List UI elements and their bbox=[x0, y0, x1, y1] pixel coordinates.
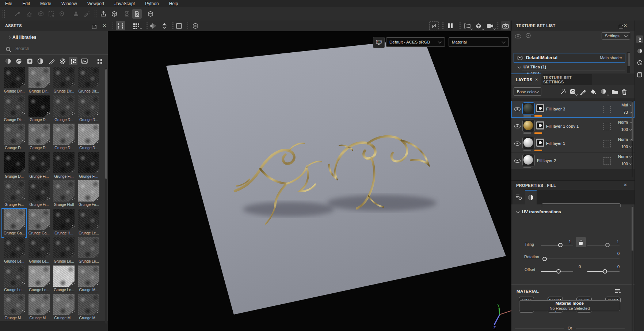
asset-thumbnail[interactable] bbox=[4, 237, 25, 258]
search-input[interactable] bbox=[15, 46, 96, 52]
layer-row[interactable]: Fill layer 1Norm100 bbox=[511, 135, 635, 152]
asset-item[interactable]: Grunge Dir... bbox=[2, 95, 26, 124]
grid-view-icon[interactable] bbox=[95, 57, 104, 65]
filter-procedurals-icon[interactable] bbox=[69, 57, 77, 65]
tile-grid-icon[interactable] bbox=[132, 21, 141, 30]
asset-item[interactable]: Grunge M... bbox=[27, 294, 51, 322]
material-menu-icon[interactable] bbox=[614, 289, 621, 294]
asset-item[interactable]: Grunge Le... bbox=[77, 237, 101, 266]
asset-thumbnail[interactable] bbox=[78, 67, 99, 88]
asset-thumbnail[interactable] bbox=[78, 237, 99, 258]
asset-thumbnail[interactable] bbox=[28, 152, 50, 173]
add-paint-layer-icon[interactable] bbox=[579, 88, 587, 96]
asset-thumbnail[interactable] bbox=[4, 209, 25, 230]
paint-tool-icon[interactable] bbox=[12, 9, 22, 19]
filter-smart-materials-icon[interactable] bbox=[14, 57, 23, 65]
asset-item[interactable]: Grunge M... bbox=[77, 266, 101, 294]
uv-tiles-group[interactable]: UV Tiles (1) bbox=[518, 65, 546, 69]
history-icon[interactable] bbox=[636, 59, 643, 66]
asset-item[interactable]: Grunge Le... bbox=[27, 237, 51, 266]
layer-row[interactable]: Fill layer 3Mul73 bbox=[511, 101, 635, 118]
settings-dropdown[interactable]: Settings bbox=[602, 32, 630, 40]
asset-item[interactable]: Grunge Le... bbox=[77, 209, 101, 237]
clone-tool-icon[interactable] bbox=[71, 9, 81, 19]
asset-thumbnail[interactable] bbox=[53, 294, 75, 315]
asset-thumbnail[interactable] bbox=[4, 152, 25, 173]
tab-properties-icon[interactable] bbox=[512, 190, 525, 204]
particle-tool-icon[interactable] bbox=[82, 9, 91, 19]
camera-mode-icon[interactable] bbox=[485, 21, 495, 30]
export-icon[interactable] bbox=[99, 9, 108, 19]
asset-thumbnail[interactable] bbox=[53, 67, 75, 88]
layer-thumbnail[interactable] bbox=[522, 102, 535, 115]
menu-item-mode[interactable]: Mode bbox=[35, 1, 56, 6]
asset-thumbnail[interactable] bbox=[28, 67, 50, 88]
isolate-visibility-icon[interactable] bbox=[429, 21, 439, 30]
layer-reference-slot[interactable] bbox=[603, 140, 611, 147]
layer-visibility-icon[interactable] bbox=[514, 159, 521, 163]
asset-item[interactable]: Grunge Fo... bbox=[77, 180, 101, 209]
asset-item[interactable]: Grunge Fi... bbox=[2, 180, 26, 209]
eraser-tool-icon[interactable] bbox=[24, 9, 34, 19]
viewport-3d[interactable]: Default - ACES sRGB Material X Y Z bbox=[108, 31, 511, 331]
marquee-select-icon[interactable] bbox=[116, 21, 125, 30]
asset-thumbnail[interactable] bbox=[78, 124, 99, 145]
layers-scrollbar[interactable] bbox=[632, 101, 633, 177]
tab-layers[interactable]: LAYERS ✕ bbox=[511, 74, 541, 85]
add-fill-layer-icon[interactable] bbox=[589, 88, 598, 96]
menu-item-python[interactable]: Python bbox=[140, 1, 164, 6]
mirror-horizontal-icon[interactable] bbox=[148, 21, 157, 30]
texture-set-scrollbar[interactable] bbox=[627, 52, 630, 73]
layer-opacity[interactable]: 73 bbox=[624, 110, 632, 114]
asset-thumbnail[interactable] bbox=[78, 95, 99, 117]
asset-thumbnail[interactable] bbox=[53, 95, 75, 117]
rotation-value[interactable]: 0 bbox=[617, 251, 620, 256]
toolbar-drag-handle[interactable] bbox=[2, 10, 5, 18]
filter-brushes-icon[interactable] bbox=[47, 57, 56, 65]
asset-thumbnail[interactable] bbox=[53, 152, 75, 173]
layer-mask-thumbnail[interactable] bbox=[536, 139, 544, 147]
mirror-vertical-icon[interactable] bbox=[160, 21, 169, 30]
asset-item[interactable]: Grunge Dir... bbox=[2, 67, 26, 95]
tiling-y-value[interactable]: 1 bbox=[617, 240, 619, 244]
layer-visibility-icon[interactable] bbox=[514, 107, 521, 111]
layer-opacity[interactable]: 100 bbox=[621, 127, 632, 132]
asset-thumbnail[interactable] bbox=[53, 124, 75, 145]
filter-textures-icon[interactable] bbox=[80, 57, 89, 65]
asset-item[interactable]: Grunge Fi... bbox=[77, 152, 101, 181]
asset-item[interactable]: Grunge M... bbox=[52, 294, 76, 322]
shading-mode-dropdown[interactable]: Material bbox=[449, 37, 509, 47]
asset-thumbnail[interactable] bbox=[78, 180, 99, 202]
library-expand-icon[interactable] bbox=[6, 35, 10, 40]
layer-mask-thumbnail[interactable] bbox=[536, 121, 544, 129]
asset-item[interactable]: Grunge Ga... bbox=[27, 209, 51, 237]
layer-thumbnail[interactable] bbox=[522, 154, 535, 166]
screenshot-icon[interactable] bbox=[501, 21, 510, 30]
layer-mask-thumbnail[interactable] bbox=[536, 104, 544, 112]
asset-item[interactable]: Grunge Ga... bbox=[2, 209, 26, 237]
asset-thumbnail[interactable] bbox=[78, 152, 99, 173]
add-smart-material-icon[interactable] bbox=[568, 88, 577, 96]
menu-item-javascript[interactable]: JavaScript bbox=[109, 1, 140, 6]
asset-thumbnail[interactable] bbox=[4, 124, 25, 145]
asset-thumbnail[interactable] bbox=[28, 95, 50, 117]
asset-thumbnail[interactable] bbox=[28, 294, 50, 315]
geometry-mode-icon[interactable] bbox=[474, 21, 483, 30]
offset-y-slider[interactable] bbox=[587, 271, 620, 272]
material-mode-button[interactable]: Material mode No Resource Selected bbox=[519, 300, 620, 311]
menu-item-file[interactable]: File bbox=[0, 1, 17, 6]
texture-set-close-icon[interactable]: ✕ bbox=[624, 23, 627, 28]
asset-item[interactable]: Grunge Fi... bbox=[27, 152, 51, 181]
tiling-y-slider[interactable] bbox=[587, 245, 620, 245]
asset-item[interactable]: Grunge D... bbox=[2, 124, 26, 152]
menu-item-edit[interactable]: Edit bbox=[17, 1, 35, 6]
uv-tile-filter-icon[interactable] bbox=[525, 33, 531, 38]
pause-engine-icon[interactable] bbox=[446, 21, 455, 30]
layer-reference-slot[interactable] bbox=[603, 106, 611, 113]
asset-item[interactable]: Grunge Le... bbox=[2, 266, 26, 294]
uv-transformations-section[interactable]: UV transformations bbox=[517, 210, 561, 214]
layer-reference-slot[interactable] bbox=[603, 123, 611, 130]
asset-item[interactable]: Grunge Dir... bbox=[27, 67, 51, 95]
add-effect-icon[interactable] bbox=[559, 88, 568, 96]
layer-blend-mode[interactable]: Norm bbox=[618, 137, 632, 142]
